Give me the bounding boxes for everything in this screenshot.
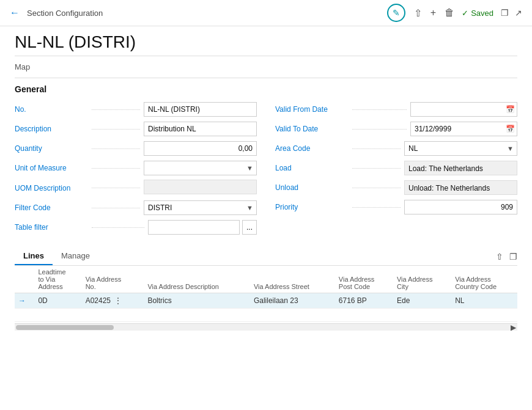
input-valid-to[interactable]	[410, 122, 517, 136]
tab-expand-icon[interactable]: ❐	[509, 252, 517, 262]
tab-toolbar-icons: ⇧ ❐	[496, 249, 517, 264]
tab-manage[interactable]: Manage	[53, 247, 98, 265]
label-priority: Priority	[275, 203, 349, 211]
form-row-table-filter: Table filter ...	[15, 219, 257, 235]
add-button[interactable]: +	[430, 7, 436, 18]
label-valid-from: Valid From Date	[275, 105, 349, 114]
label-quantity: Quantity	[15, 144, 88, 153]
lines-table: Leadtimeto ViaAddress Via AddressNo. Via…	[15, 266, 517, 322]
cell-via-post: 6716 BP	[335, 293, 393, 309]
table-row-empty	[15, 309, 517, 322]
label-load: Load	[275, 164, 349, 172]
row-arrow-icon: →	[18, 296, 26, 305]
col-leadtime: Leadtimeto ViaAddress	[34, 266, 81, 293]
input-no[interactable]	[144, 102, 257, 117]
form-row-valid-from: Valid From Date 📅	[275, 101, 517, 117]
select-filter-code[interactable]: DISTRI	[144, 200, 257, 215]
label-filter-code: Filter Code	[15, 203, 88, 212]
label-area-code: Area Code	[275, 144, 349, 153]
input-table-filter[interactable]	[148, 220, 240, 235]
window-controls: ❐ ↗	[501, 8, 522, 18]
table-row: → 0D A02425 ⋮ Boltrics Galileilaan 23 67…	[15, 293, 517, 309]
cell-via-country: NL	[451, 293, 517, 309]
row-arrow-cell: →	[15, 293, 34, 309]
form-right: Valid From Date 📅 Valid To Date 📅	[275, 101, 517, 239]
input-priority[interactable]	[404, 200, 517, 214]
form-row-no: No.	[15, 101, 257, 117]
cell-leadtime: 0D	[34, 293, 81, 309]
page-content: NL-NL (DISTRI) Map General No. Descripti…	[0, 26, 532, 408]
label-uom: Unit of Measure	[15, 164, 88, 172]
context-menu-button[interactable]: ⋮	[112, 295, 124, 306]
section-config-title: Section Configuration	[27, 9, 380, 18]
form-row-area-code: Area Code NL ▼	[275, 141, 517, 156]
scrollbar-thumb[interactable]	[16, 325, 114, 330]
label-valid-to: Valid To Date	[275, 125, 349, 133]
label-table-filter: Table filter	[15, 223, 88, 232]
form-row-priority: Priority	[275, 199, 517, 215]
back-button[interactable]: ←	[10, 7, 20, 18]
cell-via-desc: Boltrics	[144, 293, 250, 309]
delete-button[interactable]: 🗑	[445, 7, 454, 18]
external-link-icon[interactable]: ❐	[501, 8, 509, 18]
load-value: Load: The Netherlands	[404, 161, 517, 175]
form-row-unload: Unload Unload: The Netherlands	[275, 180, 517, 196]
select-uom-wrapper: ▼	[144, 161, 257, 175]
edit-button[interactable]: ✎	[387, 4, 405, 22]
form-row-load: Load Load: The Netherlands	[275, 160, 517, 176]
unload-value: Unload: The Netherlands	[404, 180, 517, 195]
horizontal-scrollbar[interactable]: ▶	[15, 323, 517, 331]
tabs-bar: Lines Manage ⇧ ❐	[15, 247, 517, 266]
toolbar-icons: ✎ ⇧ + 🗑	[387, 4, 454, 22]
input-quantity[interactable]	[144, 141, 257, 156]
general-heading: General	[15, 84, 517, 94]
form-row-description: Description	[15, 121, 257, 137]
top-bar: ← Section Configuration ✎ ⇧ + 🗑 ✓ Saved …	[0, 0, 532, 26]
saved-status: ✓ Saved	[462, 9, 493, 18]
cell-via-city: Ede	[393, 293, 451, 309]
table-header-row: Leadtimeto ViaAddress Via AddressNo. Via…	[15, 266, 517, 293]
cell-via-street: Galileilaan 23	[250, 293, 335, 309]
check-icon: ✓	[462, 9, 468, 18]
tab-share-icon[interactable]: ⇧	[496, 252, 503, 262]
col-via-country: Via AddressCountry Code	[451, 266, 517, 293]
date-valid-to-wrapper: 📅	[410, 122, 517, 136]
uom-description-value	[144, 180, 257, 194]
col-via-no: Via AddressNo.	[82, 266, 144, 293]
col-indicator	[15, 266, 34, 293]
form-row-valid-to: Valid To Date 📅	[275, 121, 517, 137]
select-area-code-wrapper: NL ▼	[404, 141, 517, 156]
label-description: Description	[15, 125, 88, 133]
select-filter-code-wrapper: DISTRI ▼	[144, 200, 257, 215]
share-button[interactable]: ⇧	[414, 7, 422, 19]
form-row-uom-desc: UOM Description	[15, 180, 257, 196]
page-title: NL-NL (DISTRI)	[15, 32, 517, 52]
form-grid: No. Description Quantity	[15, 101, 517, 239]
cell-via-no: A02425 ⋮	[82, 293, 144, 309]
label-uom-desc: UOM Description	[15, 184, 88, 192]
select-area-code[interactable]: NL	[404, 141, 517, 156]
scrollbar-end-arrow[interactable]: ▶	[511, 323, 516, 332]
select-uom[interactable]	[144, 161, 257, 175]
tab-lines[interactable]: Lines	[15, 247, 53, 265]
map-label: Map	[15, 62, 517, 71]
col-via-post: Via AddressPost Code	[335, 266, 393, 293]
table-filter-wrapper: ...	[148, 220, 257, 235]
table-filter-dots-button[interactable]: ...	[242, 220, 257, 235]
col-via-desc: Via Address Description	[144, 266, 250, 293]
date-valid-from-wrapper: 📅	[410, 102, 517, 117]
form-row-uom: Unit of Measure ▼	[15, 160, 257, 176]
label-no: No.	[15, 105, 88, 114]
form-left: No. Description Quantity	[15, 101, 257, 239]
expand-icon[interactable]: ↗	[515, 8, 522, 18]
col-via-city: Via AddressCity	[393, 266, 451, 293]
label-unload: Unload	[275, 183, 349, 192]
input-valid-from[interactable]	[410, 102, 517, 117]
col-via-street: Via Address Street	[250, 266, 335, 293]
form-row-quantity: Quantity	[15, 141, 257, 156]
form-row-filter-code: Filter Code DISTRI ▼	[15, 200, 257, 216]
input-description[interactable]	[144, 122, 257, 136]
